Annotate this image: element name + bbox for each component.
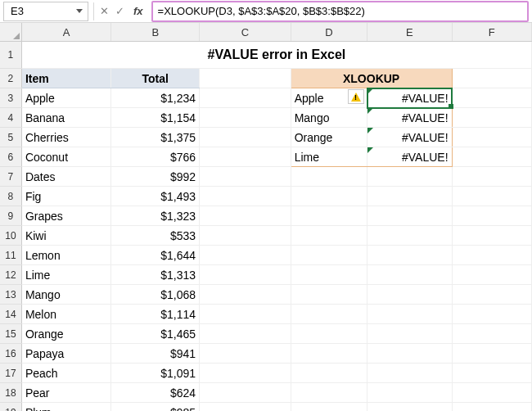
row-header-18[interactable]: 18 (0, 383, 21, 403)
item-total[interactable]: $766 (111, 147, 200, 167)
page-title[interactable]: #VALUE error in Excel (21, 42, 531, 69)
cell[interactable] (452, 88, 531, 108)
cell[interactable] (291, 324, 367, 344)
cell[interactable] (291, 344, 367, 364)
item-total[interactable]: $941 (111, 344, 200, 364)
row-header-9[interactable]: 9 (0, 206, 21, 226)
item-name[interactable]: Melon (21, 305, 111, 324)
error-warning-button[interactable] (348, 89, 364, 104)
item-total[interactable]: $1,323 (111, 206, 200, 226)
item-name[interactable]: Kiwi (21, 226, 111, 246)
cell[interactable] (291, 265, 367, 285)
row-header-1[interactable]: 1 (0, 42, 21, 69)
row-header-16[interactable]: 16 (0, 344, 21, 364)
col-header-F[interactable]: F (452, 23, 531, 42)
item-total[interactable]: $1,644 (111, 246, 200, 265)
cell[interactable] (200, 167, 291, 187)
item-total[interactable]: $533 (111, 226, 200, 246)
cell[interactable] (367, 246, 453, 265)
cell[interactable] (200, 265, 291, 285)
cell[interactable] (452, 226, 531, 246)
item-total[interactable]: $992 (111, 167, 200, 187)
item-name[interactable]: Orange (21, 324, 111, 344)
cell[interactable] (200, 364, 291, 383)
cell[interactable] (200, 383, 291, 403)
cell[interactable] (291, 285, 367, 305)
cell[interactable] (452, 128, 531, 147)
cell[interactable] (452, 187, 531, 206)
formula-input[interactable]: =XLOOKUP(D3, $A$3:$A$20, $B$3:$B$22) (151, 1, 529, 22)
cell[interactable] (291, 246, 367, 265)
item-total[interactable]: $1,068 (111, 285, 200, 305)
accept-icon[interactable]: ✓ (115, 5, 125, 17)
cell[interactable] (200, 344, 291, 364)
item-total[interactable]: $1,375 (111, 128, 200, 147)
row-header-3[interactable]: 3 (0, 88, 21, 108)
cell[interactable] (452, 344, 531, 364)
row-header-2[interactable]: 2 (0, 69, 21, 88)
item-total[interactable]: $1,091 (111, 364, 200, 383)
row-header-14[interactable]: 14 (0, 305, 21, 324)
item-name[interactable]: Plum (21, 403, 111, 412)
cell[interactable] (291, 305, 367, 324)
lookup-result[interactable]: #VALUE! (367, 108, 453, 128)
col-header-E[interactable]: E (367, 23, 453, 42)
cell[interactable] (367, 187, 453, 206)
cell[interactable] (291, 167, 367, 187)
row-header-11[interactable]: 11 (0, 246, 21, 265)
row-header-15[interactable]: 15 (0, 324, 21, 344)
lookup-name[interactable]: Lime (291, 147, 367, 167)
cell[interactable] (452, 324, 531, 344)
cell[interactable] (200, 403, 291, 412)
item-total[interactable]: $1,154 (111, 108, 200, 128)
cancel-icon[interactable]: ✕ (99, 5, 110, 17)
cell[interactable] (367, 324, 453, 344)
col-header-C[interactable]: C (200, 23, 291, 42)
item-total[interactable]: $624 (111, 383, 200, 403)
item-total[interactable]: $1,313 (111, 265, 200, 285)
cell[interactable] (452, 364, 531, 383)
cell[interactable] (200, 147, 291, 167)
cell[interactable] (452, 206, 531, 226)
cell[interactable] (200, 69, 291, 88)
cell[interactable] (291, 226, 367, 246)
item-name[interactable]: Banana (21, 108, 111, 128)
cell[interactable] (291, 364, 367, 383)
cell[interactable] (367, 206, 453, 226)
cell[interactable] (367, 285, 453, 305)
cell[interactable] (200, 206, 291, 226)
row-header-8[interactable]: 8 (0, 187, 21, 206)
cell[interactable] (200, 285, 291, 305)
row-header-4[interactable]: 4 (0, 108, 21, 128)
cell[interactable] (367, 305, 453, 324)
chevron-down-icon[interactable] (76, 9, 83, 13)
cell[interactable] (291, 403, 367, 412)
cell[interactable] (367, 344, 453, 364)
row-header-5[interactable]: 5 (0, 128, 21, 147)
item-total[interactable]: $1,493 (111, 187, 200, 206)
lookup-result[interactable]: #VALUE! (367, 128, 453, 147)
cell[interactable] (200, 246, 291, 265)
col-header-B[interactable]: B (111, 23, 200, 42)
cell[interactable] (200, 88, 291, 108)
header-item[interactable]: Item (21, 69, 111, 88)
item-name[interactable]: Coconut (21, 147, 111, 167)
cell[interactable] (452, 167, 531, 187)
row-header-17[interactable]: 17 (0, 364, 21, 383)
item-total[interactable]: $1,114 (111, 305, 200, 324)
lookup-result[interactable]: #VALUE! (367, 147, 453, 167)
cell[interactable] (200, 187, 291, 206)
cell[interactable] (200, 108, 291, 128)
item-name[interactable]: Fig (21, 187, 111, 206)
fx-icon[interactable]: fx (130, 5, 147, 17)
cell[interactable] (452, 305, 531, 324)
item-name[interactable]: Cherries (21, 128, 111, 147)
item-name[interactable]: Apple (21, 88, 111, 108)
item-total[interactable]: $1,234 (111, 88, 200, 108)
row-header-6[interactable]: 6 (0, 147, 21, 167)
row-header-19[interactable]: 19 (0, 403, 21, 412)
cell[interactable] (452, 69, 531, 88)
cell[interactable] (452, 285, 531, 305)
row-header-7[interactable]: 7 (0, 167, 21, 187)
cell[interactable] (367, 383, 453, 403)
